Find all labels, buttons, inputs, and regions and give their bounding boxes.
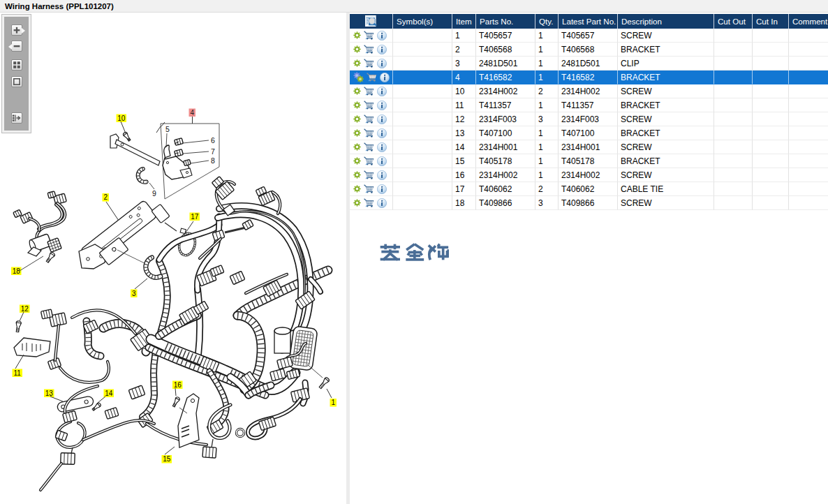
svg-text:11: 11 <box>14 369 22 377</box>
svg-text:9: 9 <box>152 189 156 198</box>
svg-text:3: 3 <box>132 290 136 297</box>
svg-text:10: 10 <box>117 114 126 122</box>
svg-text:5: 5 <box>165 125 170 133</box>
svg-text:2: 2 <box>103 193 108 201</box>
svg-text:6: 6 <box>211 136 215 144</box>
svg-text:13: 13 <box>45 390 54 397</box>
svg-text:12: 12 <box>21 305 29 313</box>
svg-text:8: 8 <box>211 156 215 165</box>
svg-text:15: 15 <box>163 455 171 463</box>
svg-text:4: 4 <box>190 109 194 117</box>
svg-text:16: 16 <box>174 381 182 389</box>
svg-text:7: 7 <box>211 147 215 156</box>
svg-text:14: 14 <box>105 390 113 397</box>
svg-text:17: 17 <box>191 213 199 221</box>
svg-text:1: 1 <box>331 399 335 406</box>
svg-text:18: 18 <box>13 267 21 275</box>
